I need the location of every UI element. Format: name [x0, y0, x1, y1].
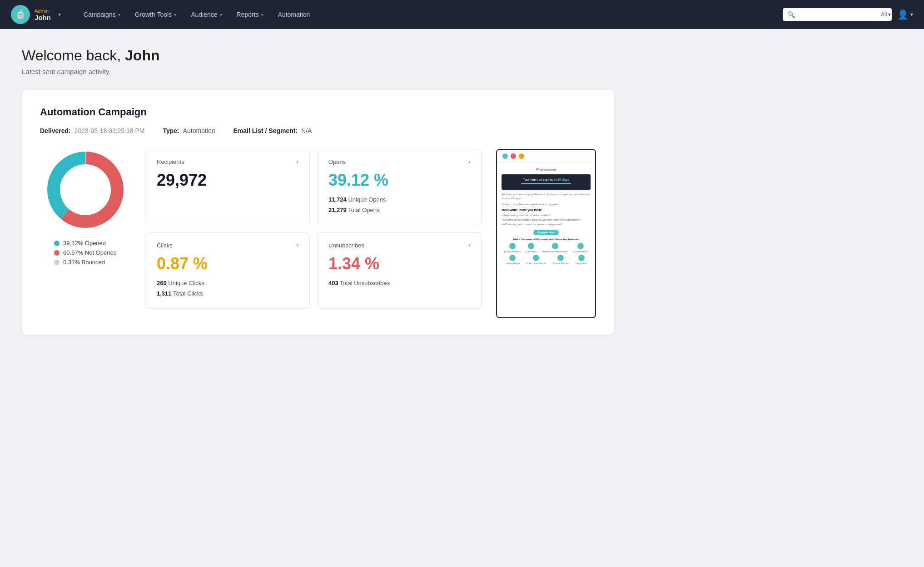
preview-logo: ✉ moosend [536, 168, 556, 172]
preview-icon-circle [528, 243, 534, 249]
preview-cta-button: Upgrade Now! [533, 230, 559, 235]
welcome-subtitle: Latest sent campaign activity [22, 68, 614, 75]
legend-item-not-opened: 60.57% Not Opened [54, 249, 117, 256]
clicks-value: 0.87 % [157, 254, 298, 273]
legend-item-opened: 39.12% Opened [54, 240, 117, 247]
opens-link-icon[interactable]: › [468, 159, 470, 165]
recipients-value: 29,972 [157, 171, 298, 190]
preview-icon-circle [533, 255, 539, 261]
main-content: Welcome back, John Latest sent campaign … [0, 29, 636, 353]
legend: 39.12% Opened 60.57% Not Opened 0.31% Bo… [54, 240, 117, 266]
preview-icon-product-rec: Product Recommendation [542, 243, 568, 253]
search-all-button[interactable]: All ▾ [877, 11, 891, 18]
nav-item-campaigns[interactable]: Campaigns ▾ [77, 7, 127, 22]
preview-progress-bar [521, 183, 571, 184]
preview-icon-email-templates: Email Templates [504, 243, 521, 253]
legend-dot-opened [54, 241, 60, 246]
stat-card-clicks: Clicks › 0.87 % 260 Unique Clicks 1,311 … [145, 232, 310, 309]
nav-item-audience[interactable]: Audience ▾ [184, 7, 228, 22]
stat-card-clicks-header: Clicks › [157, 242, 298, 249]
preview-icon-circle [509, 243, 516, 249]
preview-icon-circle [557, 255, 564, 261]
preview-banner: Your free trial expires in 15 days [502, 174, 591, 190]
admin-label: Admin [35, 8, 51, 14]
campaign-body: 39.12% Opened 60.57% Not Opened 0.31% Bo… [40, 149, 596, 318]
stat-card-recipients-header: Recipients › [157, 158, 298, 165]
profile-chevron-icon: ▾ [910, 11, 913, 18]
user-dropdown-chevron[interactable]: ▾ [58, 11, 61, 18]
preview-icon-ecommerce: eCommerce AI [573, 243, 588, 253]
delivered-field: Delivered: 2023-05-18 03:25:18 PM [40, 127, 144, 134]
type-field: Type: Automation [163, 127, 215, 134]
nav-user: Admin John [35, 8, 51, 21]
preview-cta-row: Upgrade Now! [502, 230, 591, 235]
reports-chevron-icon: ▾ [261, 12, 263, 17]
recipients-link-icon[interactable]: › [297, 159, 298, 165]
logo-icon: 🍵 [11, 5, 30, 24]
stat-card-opens: Opens › 39.12 % 11,724 Unique Opens 21,2… [317, 149, 482, 225]
campaign-meta: Delivered: 2023-05-18 03:25:18 PM Type: … [40, 127, 596, 134]
preview-icons-row-2: Landing Pages Subscription Forms Custom … [502, 255, 591, 265]
preview-dot-yellow [519, 153, 524, 159]
preview-icons-row-1: Email Templates Automation Product Recom… [502, 243, 591, 253]
preview-icon-integrations: Integrations [576, 255, 587, 265]
campaign-title: Automation Campaign [40, 106, 596, 118]
preview-dot-teal [502, 153, 508, 159]
preview-icon-circle [577, 243, 584, 249]
donut-section: 39.12% Opened 60.57% Not Opened 0.31% Bo… [40, 149, 131, 266]
nav-right: 🔍 All ▾ 👤 ▾ [783, 8, 913, 21]
stats-grid: Recipients › 29,972 Opens › 39.12 % 11,7… [145, 149, 482, 309]
preview-body: ✉ moosend Your free trial expires in 15 … [497, 163, 595, 317]
legend-dot-bounced [54, 260, 60, 265]
search-icon: 🔍 [787, 11, 795, 18]
campaigns-chevron-icon: ▾ [118, 12, 120, 17]
search-input[interactable] [798, 11, 874, 18]
preview-titlebar [497, 150, 595, 163]
opens-details: 11,724 Unique Opens 21,279 Total Opens [328, 194, 470, 216]
segment-field: Email List / Segment: N/A [233, 127, 312, 134]
preview-body-text1: We hope you are enjoying Moosend. Just a… [502, 192, 591, 201]
stat-card-recipients: Recipients › 29,972 [145, 149, 310, 225]
nav-logo[interactable]: 🍵 Admin John ▾ [11, 5, 61, 24]
preview-icon-circle [552, 243, 558, 249]
legend-dot-not-opened [54, 250, 60, 256]
profile-icon: 👤 [897, 9, 909, 20]
campaign-card: Automation Campaign Delivered: 2023-05-1… [22, 90, 614, 335]
stat-card-opens-header: Opens › [328, 158, 470, 165]
clicks-details: 260 Unique Clicks 1,311 Total Clicks [157, 278, 298, 299]
unsubscribes-value: 1.34 % [328, 254, 470, 273]
preview-icon-landing-pages: Landing Pages [505, 255, 520, 265]
unsubscribes-details: 403 Total Unsubscribes [328, 278, 470, 288]
preview-dot-red [511, 153, 516, 159]
profile-button[interactable]: 👤 ▾ [897, 9, 913, 20]
preview-icon-custom-reports: Custom Reports [552, 255, 569, 265]
nav-item-reports[interactable]: Reports ▾ [230, 7, 270, 22]
nav-item-growth-tools[interactable]: Growth Tools ▾ [129, 7, 183, 22]
preview-list: • Segmenting your list for better result… [502, 213, 591, 227]
stat-card-unsubscribes: Unsubscribes › 1.34 % 403 Total Unsubscr… [317, 232, 482, 309]
search-all-chevron-icon: ▾ [888, 11, 891, 18]
email-preview: ✉ moosend Your free trial expires in 15 … [496, 149, 596, 318]
growth-tools-chevron-icon: ▾ [174, 12, 176, 17]
username-label: John [35, 14, 51, 21]
welcome-title: Welcome back, John [22, 47, 614, 64]
audience-chevron-icon: ▾ [220, 12, 222, 17]
donut-chart [45, 149, 126, 231]
nav-item-automation[interactable]: Automation [272, 7, 317, 22]
unsubscribes-link-icon[interactable]: › [468, 242, 470, 248]
preview-icon-circle [578, 255, 585, 261]
preview-features-title: Make the most of Moosend with these top … [502, 238, 591, 241]
legend-item-bounced: 0.31% Bounced [54, 259, 117, 266]
opens-value: 39.12 % [328, 171, 470, 190]
navbar: 🍵 Admin John ▾ Campaigns ▾ Growth Tools … [0, 0, 924, 29]
preview-icon-circle [509, 255, 516, 261]
search-bar: 🔍 All ▾ [783, 8, 892, 21]
preview-icon-automation: Automation [526, 243, 537, 253]
preview-body-text2: To keep using Moosend you'll need to upg… [502, 202, 591, 207]
preview-heading: Meanwhile, have you tried: [502, 208, 591, 212]
clicks-link-icon[interactable]: › [297, 242, 298, 248]
preview-logo-row: ✉ moosend [502, 168, 591, 172]
nav-links: Campaigns ▾ Growth Tools ▾ Audience ▾ Re… [77, 7, 783, 22]
preview-icon-subscription-forms: Subscription Forms [527, 255, 546, 265]
stat-card-unsubscribes-header: Unsubscribes › [328, 242, 470, 249]
